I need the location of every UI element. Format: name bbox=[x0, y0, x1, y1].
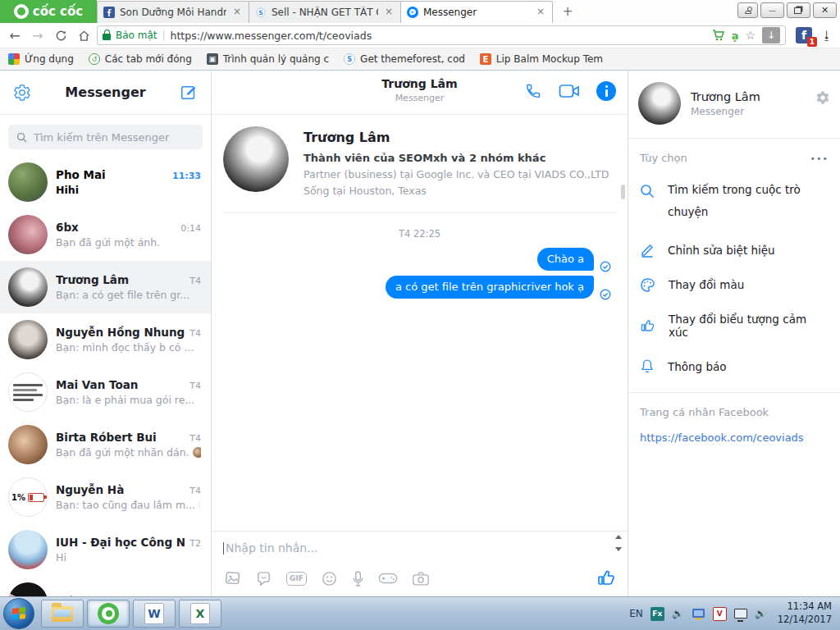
forward-button[interactable]: → bbox=[28, 25, 48, 45]
contact-avatar-large[interactable] bbox=[223, 126, 289, 192]
option-edit-nickname[interactable]: Chỉnh sửa biệt hiệu bbox=[628, 233, 840, 267]
download-indicator-button[interactable]: ↓ bbox=[762, 27, 780, 43]
option-search-in-conversation[interactable]: Tìm kiếm trong cuộc trò chuyện bbox=[628, 169, 840, 233]
remote-desktop-tray-icon[interactable] bbox=[692, 607, 705, 621]
v-app-tray-icon[interactable]: V bbox=[713, 607, 727, 621]
taskbar-excel-button[interactable]: X bbox=[179, 600, 221, 628]
profile-button[interactable] bbox=[737, 2, 758, 18]
avatar bbox=[8, 530, 48, 569]
list-item-birta-robert-bui[interactable]: Birta Róbert BuiT4 Bạn đã gửi một nhãn d… bbox=[0, 418, 211, 471]
scroll-down-icon[interactable] bbox=[615, 547, 622, 551]
tab-close-icon[interactable] bbox=[535, 7, 546, 18]
photo-attach-icon[interactable] bbox=[223, 570, 241, 587]
message-input[interactable]: Nhập tin nhắn... bbox=[223, 540, 616, 555]
like-thumb-button[interactable] bbox=[596, 568, 616, 588]
taskbar-word-button[interactable]: W bbox=[133, 600, 176, 628]
option-change-emoji[interactable]: Thay đổi biểu tượng cảm xúc bbox=[628, 303, 840, 349]
option-label: Tìm kiếm trong cuộc trò chuyện bbox=[668, 179, 829, 223]
close-button[interactable] bbox=[813, 2, 837, 18]
compose-icon[interactable] bbox=[180, 84, 198, 102]
tab-messenger[interactable]: Messenger bbox=[400, 1, 553, 23]
conversation-info-icon[interactable] bbox=[596, 81, 616, 101]
list-item-6bx[interactable]: 6bx0:14 Bạn đã gửi một ảnh. bbox=[0, 208, 211, 261]
options-title: Tùy chọn bbox=[640, 152, 687, 164]
battery-percent-text: 1% bbox=[11, 493, 25, 502]
history-icon: ↺ bbox=[89, 53, 100, 65]
taskbar-coccoc-button[interactable] bbox=[87, 600, 130, 628]
contact-intro-card: Trương Lâm Thành viên của SEOMxh và 2 nh… bbox=[223, 123, 616, 213]
list-item-nguyen-ha[interactable]: 1% Nguyễn HàT4 Bạn: tao cũng đau lắm m..… bbox=[0, 471, 211, 523]
back-button[interactable]: ← bbox=[5, 25, 25, 45]
games-icon[interactable] bbox=[378, 571, 398, 586]
settings-gear-icon[interactable] bbox=[13, 84, 31, 102]
minimize-button[interactable] bbox=[760, 2, 784, 18]
browser-toolbar: ← → Bảo mật | https://www.messenger.com/… bbox=[0, 23, 840, 48]
maximize-button[interactable] bbox=[787, 2, 810, 18]
gif-icon[interactable]: GIF bbox=[286, 572, 307, 586]
network-tray-icon[interactable] bbox=[734, 609, 747, 619]
input-scrollbar[interactable] bbox=[613, 535, 624, 551]
bookmark-ads-manager[interactable]: ▣ Trình quản lý quảng c bbox=[207, 53, 329, 65]
bookmark-star-icon[interactable]: ☆ bbox=[745, 29, 756, 42]
tab-facebook-page[interactable]: Son Dưỡng Môi Handmad bbox=[97, 1, 249, 23]
reload-button[interactable] bbox=[51, 25, 71, 45]
voice-call-icon[interactable] bbox=[524, 82, 542, 100]
bookmark-label: Get themeforest, cod bbox=[360, 53, 465, 65]
fx-tray-icon[interactable]: Fx bbox=[651, 607, 664, 621]
option-label: Thay đổi màu bbox=[669, 278, 744, 291]
volume-mixer-icon[interactable]: 🔉 bbox=[672, 608, 684, 619]
tab-close-icon[interactable] bbox=[383, 7, 395, 18]
url-text[interactable]: https://www.messenger.com/t/ceoviads bbox=[171, 30, 707, 42]
video-call-icon[interactable] bbox=[559, 83, 580, 99]
list-item-mai-van-toan[interactable]: Mai Van ToanT4 Bạn: là e phải mua gói re… bbox=[0, 366, 211, 418]
list-item-dat-lanh-team[interactable]: Đất lành team bbox=[0, 576, 211, 596]
list-item-nguyen-hong-nhung[interactable]: Nguyễn Hồng NhungT4 Bạn: mình đọc thấy b… bbox=[0, 313, 211, 366]
list-item-pho-mai[interactable]: Pho Mai11:33 Hihi bbox=[0, 156, 211, 208]
tab-close-icon[interactable] bbox=[231, 7, 243, 18]
bookmark-recent-tabs[interactable]: ↺ Các tab mới đóng bbox=[89, 53, 192, 65]
option-change-color[interactable]: Thay đổi màu bbox=[628, 267, 840, 303]
language-indicator[interactable]: EN bbox=[629, 608, 643, 619]
palette-icon bbox=[640, 277, 655, 293]
contact-intro-meta: Trương Lâm Thành viên của SEOMxh và 2 nh… bbox=[304, 126, 609, 201]
search-icon bbox=[640, 184, 655, 199]
home-button[interactable] bbox=[74, 25, 94, 45]
search-input[interactable]: Tìm kiếm trên Messenger bbox=[8, 125, 203, 149]
chat-scrollbar[interactable] bbox=[621, 185, 625, 199]
conversation-name: 6bx bbox=[56, 221, 79, 234]
downloads-button[interactable]: ⭳ bbox=[819, 29, 835, 42]
facebook-extension-button[interactable]: f 1 bbox=[796, 27, 812, 43]
coccoc-brand[interactable]: cốc cốc bbox=[0, 0, 97, 23]
facebook-profile-link[interactable]: https://facebook.com/ceoviads bbox=[640, 431, 829, 444]
conversation-time: T4 bbox=[189, 328, 201, 339]
close-icon bbox=[821, 5, 829, 16]
start-button[interactable] bbox=[3, 598, 34, 629]
chat-message-area[interactable]: Trương Lâm Thành viên của SEOMxh và 2 nh… bbox=[212, 115, 628, 531]
clock[interactable]: 11:34 AM 12/14/2017 bbox=[778, 600, 832, 626]
bookmark-lip-balm[interactable]: E Lip Balm Mockup Tem bbox=[480, 53, 603, 65]
sticker-icon[interactable] bbox=[255, 570, 272, 587]
avatar bbox=[8, 162, 48, 202]
taskbar-explorer-button[interactable] bbox=[41, 600, 84, 628]
list-item-iuh[interactable]: IUH - Đại học Công N...T2 Hi bbox=[0, 523, 211, 576]
address-bar[interactable]: Bảo mật | https://www.messenger.com/t/ce… bbox=[97, 25, 786, 45]
dictionary-icon[interactable]: ạ bbox=[732, 30, 739, 42]
contact-avatar[interactable] bbox=[638, 82, 681, 125]
more-options-icon[interactable] bbox=[810, 152, 829, 164]
conversation-settings-icon[interactable] bbox=[815, 90, 830, 105]
option-notifications[interactable]: Thông báo bbox=[628, 349, 840, 384]
speaker-tray-icon[interactable]: 🔊 bbox=[755, 608, 767, 619]
sent-message-bubble[interactable]: a có get file trên graphicriver hok ạ bbox=[386, 276, 594, 299]
emoji-icon[interactable] bbox=[321, 570, 338, 587]
bookmark-apps[interactable]: Ứng dụng bbox=[8, 53, 74, 65]
cart-icon[interactable] bbox=[712, 30, 725, 41]
camera-icon[interactable] bbox=[412, 571, 430, 587]
input-placeholder: Nhập tin nhắn... bbox=[226, 541, 318, 555]
microphone-icon[interactable] bbox=[352, 570, 364, 587]
bookmark-get-themeforest[interactable]: S Get themeforest, cod bbox=[344, 53, 465, 65]
sent-message-bubble[interactable]: Chào a bbox=[537, 248, 594, 271]
scroll-up-icon[interactable] bbox=[615, 535, 622, 539]
new-tab-button[interactable] bbox=[557, 6, 578, 19]
tab-sell-page[interactable]: S Sell - NHẬN GET TẤT CẢ T bbox=[249, 1, 401, 23]
list-item-truong-lam[interactable]: Trương LâmT4 Bạn: a có get file trên gr.… bbox=[0, 261, 211, 313]
